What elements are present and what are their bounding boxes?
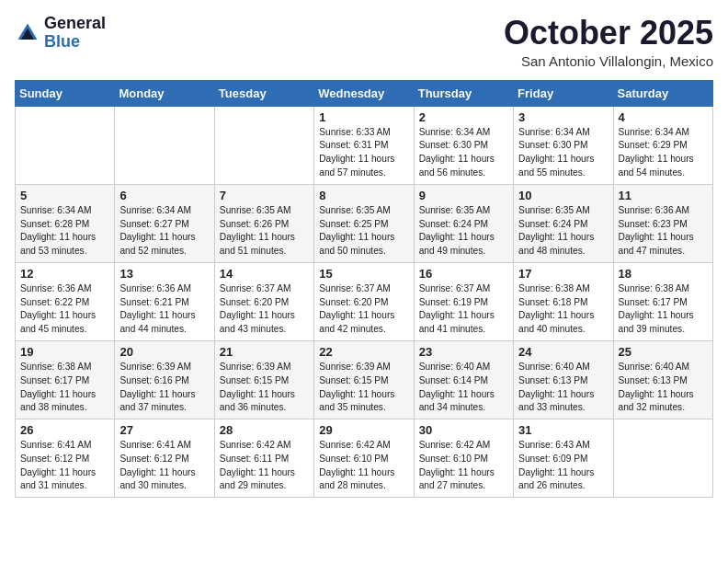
- calendar-cell: 3Sunrise: 6:34 AM Sunset: 6:30 PM Daylig…: [514, 106, 613, 184]
- day-number: 19: [20, 345, 109, 359]
- day-number: 29: [319, 423, 408, 437]
- day-number: 21: [220, 345, 309, 359]
- calendar-cell: 18Sunrise: 6:38 AM Sunset: 6:17 PM Dayli…: [613, 262, 712, 340]
- calendar-cell: 28Sunrise: 6:42 AM Sunset: 6:11 PM Dayli…: [214, 419, 313, 498]
- day-number: 4: [619, 110, 708, 124]
- calendar-cell: 17Sunrise: 6:38 AM Sunset: 6:18 PM Dayli…: [514, 262, 613, 340]
- day-info: Sunrise: 6:36 AM Sunset: 6:23 PM Dayligh…: [619, 204, 708, 259]
- day-number: 30: [419, 423, 508, 437]
- day-number: 5: [20, 189, 109, 202]
- day-info: Sunrise: 6:37 AM Sunset: 6:20 PM Dayligh…: [220, 282, 309, 337]
- calendar-cell: 31Sunrise: 6:43 AM Sunset: 6:09 PM Dayli…: [514, 419, 613, 498]
- logo-icon: [15, 20, 40, 46]
- day-info: Sunrise: 6:39 AM Sunset: 6:15 PM Dayligh…: [220, 361, 309, 415]
- day-info: Sunrise: 6:38 AM Sunset: 6:17 PM Dayligh…: [20, 361, 109, 415]
- calendar-week-row: 5Sunrise: 6:34 AM Sunset: 6:28 PM Daylig…: [16, 184, 713, 262]
- day-number: 12: [20, 267, 109, 281]
- day-info: Sunrise: 6:34 AM Sunset: 6:27 PM Dayligh…: [119, 204, 209, 259]
- calendar-cell: 20Sunrise: 6:39 AM Sunset: 6:16 PM Dayli…: [115, 340, 214, 419]
- day-info: Sunrise: 6:40 AM Sunset: 6:14 PM Dayligh…: [419, 361, 508, 415]
- calendar-cell: 7Sunrise: 6:35 AM Sunset: 6:26 PM Daylig…: [214, 184, 313, 262]
- day-info: Sunrise: 6:38 AM Sunset: 6:17 PM Dayligh…: [619, 282, 708, 337]
- calendar-cell: 16Sunrise: 6:37 AM Sunset: 6:19 PM Dayli…: [414, 262, 513, 340]
- day-number: 24: [518, 345, 608, 359]
- logo-general: General: [44, 15, 106, 33]
- calendar-cell: 4Sunrise: 6:34 AM Sunset: 6:29 PM Daylig…: [613, 106, 712, 184]
- calendar-cell: 14Sunrise: 6:37 AM Sunset: 6:20 PM Dayli…: [214, 262, 313, 340]
- day-number: 31: [518, 423, 608, 437]
- day-number: 6: [119, 189, 209, 202]
- day-info: Sunrise: 6:35 AM Sunset: 6:26 PM Dayligh…: [220, 204, 309, 259]
- calendar-cell: 19Sunrise: 6:38 AM Sunset: 6:17 PM Dayli…: [16, 340, 115, 419]
- calendar-cell: 13Sunrise: 6:36 AM Sunset: 6:21 PM Dayli…: [115, 262, 214, 340]
- day-number: 23: [419, 345, 508, 359]
- day-info: Sunrise: 6:41 AM Sunset: 6:12 PM Dayligh…: [20, 439, 109, 493]
- calendar-table: SundayMondayTuesdayWednesdayThursdayFrid…: [15, 80, 713, 499]
- day-info: Sunrise: 6:34 AM Sunset: 6:30 PM Dayligh…: [518, 126, 608, 180]
- weekday-header: Saturday: [613, 80, 712, 106]
- day-number: 20: [119, 345, 209, 359]
- day-info: Sunrise: 6:33 AM Sunset: 6:31 PM Dayligh…: [319, 126, 408, 180]
- calendar-cell: [115, 106, 214, 184]
- day-number: 17: [518, 267, 608, 281]
- calendar-cell: 24Sunrise: 6:40 AM Sunset: 6:13 PM Dayli…: [514, 340, 613, 419]
- calendar-cell: 26Sunrise: 6:41 AM Sunset: 6:12 PM Dayli…: [16, 419, 115, 498]
- day-info: Sunrise: 6:40 AM Sunset: 6:13 PM Dayligh…: [518, 361, 608, 415]
- day-number: 16: [419, 267, 508, 281]
- day-info: Sunrise: 6:34 AM Sunset: 6:30 PM Dayligh…: [419, 126, 508, 180]
- weekday-header: Friday: [514, 80, 613, 106]
- day-info: Sunrise: 6:36 AM Sunset: 6:21 PM Dayligh…: [119, 282, 209, 337]
- title-block: October 2025 San Antonio Villalongin, Me…: [504, 15, 713, 69]
- calendar-cell: 2Sunrise: 6:34 AM Sunset: 6:30 PM Daylig…: [414, 106, 513, 184]
- month-title: October 2025: [504, 15, 713, 52]
- calendar-cell: 11Sunrise: 6:36 AM Sunset: 6:23 PM Dayli…: [613, 184, 712, 262]
- logo: General Blue: [15, 15, 106, 52]
- calendar-cell: 30Sunrise: 6:42 AM Sunset: 6:10 PM Dayli…: [414, 419, 513, 498]
- calendar-cell: 12Sunrise: 6:36 AM Sunset: 6:22 PM Dayli…: [16, 262, 115, 340]
- location: San Antonio Villalongin, Mexico: [504, 53, 713, 69]
- calendar-cell: 21Sunrise: 6:39 AM Sunset: 6:15 PM Dayli…: [214, 340, 313, 419]
- day-info: Sunrise: 6:38 AM Sunset: 6:18 PM Dayligh…: [518, 282, 608, 337]
- day-number: 26: [20, 423, 109, 437]
- logo-blue: Blue: [44, 33, 106, 52]
- day-info: Sunrise: 6:34 AM Sunset: 6:29 PM Dayligh…: [619, 126, 708, 180]
- day-number: 27: [119, 423, 209, 437]
- calendar-cell: 25Sunrise: 6:40 AM Sunset: 6:13 PM Dayli…: [613, 340, 712, 419]
- calendar-cell: 15Sunrise: 6:37 AM Sunset: 6:20 PM Dayli…: [314, 262, 414, 340]
- day-info: Sunrise: 6:42 AM Sunset: 6:10 PM Dayligh…: [419, 439, 508, 493]
- day-number: 7: [220, 189, 309, 202]
- day-number: 2: [419, 110, 508, 124]
- day-info: Sunrise: 6:36 AM Sunset: 6:22 PM Dayligh…: [20, 282, 109, 337]
- day-info: Sunrise: 6:39 AM Sunset: 6:15 PM Dayligh…: [319, 361, 408, 415]
- calendar-cell: 23Sunrise: 6:40 AM Sunset: 6:14 PM Dayli…: [414, 340, 513, 419]
- day-number: 18: [619, 267, 708, 281]
- page-header: General Blue October 2025 San Antonio Vi…: [15, 15, 713, 69]
- weekday-header: Tuesday: [214, 80, 313, 106]
- calendar-cell: 6Sunrise: 6:34 AM Sunset: 6:27 PM Daylig…: [115, 184, 214, 262]
- calendar-week-row: 26Sunrise: 6:41 AM Sunset: 6:12 PM Dayli…: [16, 419, 713, 498]
- calendar-week-row: 12Sunrise: 6:36 AM Sunset: 6:22 PM Dayli…: [16, 262, 713, 340]
- day-info: Sunrise: 6:41 AM Sunset: 6:12 PM Dayligh…: [119, 439, 209, 493]
- day-number: 14: [220, 267, 309, 281]
- calendar-cell: 29Sunrise: 6:42 AM Sunset: 6:10 PM Dayli…: [314, 419, 414, 498]
- calendar-cell: 1Sunrise: 6:33 AM Sunset: 6:31 PM Daylig…: [314, 106, 414, 184]
- day-number: 9: [419, 189, 508, 202]
- calendar-cell: 8Sunrise: 6:35 AM Sunset: 6:25 PM Daylig…: [314, 184, 414, 262]
- day-number: 22: [319, 345, 408, 359]
- calendar-cell: 22Sunrise: 6:39 AM Sunset: 6:15 PM Dayli…: [314, 340, 414, 419]
- calendar-cell: [214, 106, 313, 184]
- weekday-header: Wednesday: [314, 80, 414, 106]
- day-number: 15: [319, 267, 408, 281]
- calendar-cell: [613, 419, 712, 498]
- day-info: Sunrise: 6:35 AM Sunset: 6:24 PM Dayligh…: [419, 204, 508, 259]
- weekday-header: Thursday: [414, 80, 513, 106]
- day-number: 28: [220, 423, 309, 437]
- calendar-cell: 27Sunrise: 6:41 AM Sunset: 6:12 PM Dayli…: [115, 419, 214, 498]
- day-number: 3: [518, 110, 608, 124]
- day-number: 13: [119, 267, 209, 281]
- day-info: Sunrise: 6:34 AM Sunset: 6:28 PM Dayligh…: [20, 204, 109, 259]
- calendar-cell: [16, 106, 115, 184]
- day-number: 10: [518, 189, 608, 202]
- day-info: Sunrise: 6:42 AM Sunset: 6:11 PM Dayligh…: [220, 439, 309, 493]
- calendar-cell: 9Sunrise: 6:35 AM Sunset: 6:24 PM Daylig…: [414, 184, 513, 262]
